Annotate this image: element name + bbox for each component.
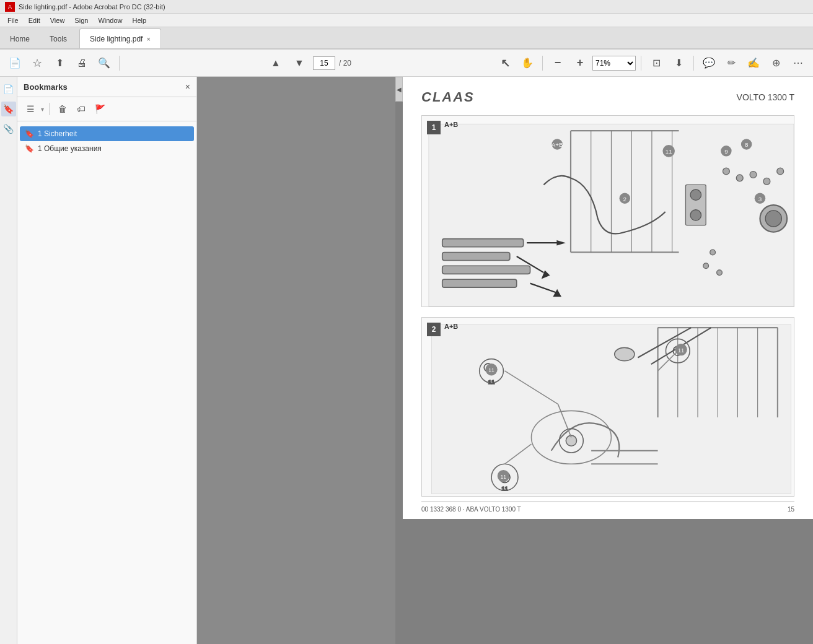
svg-rect-44 (431, 324, 791, 494)
svg-point-29 (710, 250, 716, 255)
pages-panel-button[interactable]: 📄 (1, 82, 16, 97)
bookmarks-panel-button[interactable]: 🔖 (1, 102, 16, 116)
bookmark-icon: ☆ (32, 56, 42, 70)
bookmark-button[interactable]: ☆ (27, 53, 47, 73)
svg-rect-4 (442, 279, 517, 287)
sidebar-separator (49, 103, 50, 115)
separator-1 (119, 56, 120, 71)
menu-window[interactable]: Window (93, 15, 127, 25)
menu-sign[interactable]: Sign (69, 15, 93, 25)
zoom-selector[interactable]: 71% 50% 75% 100% 125% 150% (592, 56, 636, 71)
cursor-tool-button[interactable]: ↖ (495, 53, 515, 73)
svg-rect-3 (442, 266, 530, 274)
new-icon: 📄 (9, 57, 21, 69)
sidebar-delete-button[interactable]: 🗑 (55, 101, 71, 117)
menu-edit[interactable]: Edit (24, 15, 45, 25)
tab-home[interactable]: Home (0, 30, 40, 48)
fit-page-button[interactable]: ⊡ (646, 53, 666, 73)
zoom-out-button[interactable]: − (548, 53, 568, 73)
attachments-panel-button[interactable]: 📎 (1, 121, 16, 136)
page-number-input[interactable] (313, 56, 335, 70)
footer-right: 15 (788, 506, 794, 513)
icon-bar: 📄 🔖 📎 (0, 77, 17, 644)
sidebar-toolbar: ☰ ▾ 🗑 🏷 🚩 (17, 97, 196, 121)
svg-point-23 (736, 175, 743, 181)
next-page-button[interactable]: ▼ (289, 53, 309, 73)
hand-icon: ✋ (521, 57, 534, 69)
down-arrow-icon: ▼ (294, 58, 304, 69)
tab-bar: Home Tools Side lighting.pdf × (0, 27, 813, 50)
more-button[interactable]: ⋯ (788, 53, 808, 73)
svg-point-25 (763, 178, 770, 185)
attachments-icon: 📎 (3, 124, 14, 134)
sidebar-close-button[interactable]: × (185, 82, 190, 92)
app-icon: A (5, 2, 15, 12)
svg-point-26 (777, 168, 784, 175)
up-arrow-icon: ▲ (271, 58, 281, 69)
tab-close-button[interactable]: × (146, 35, 150, 43)
svg-text:2: 2 (623, 196, 626, 202)
sidebar-flag-button[interactable]: 🚩 (92, 101, 108, 117)
sidebar-title: Bookmarks (24, 82, 68, 92)
tab-file[interactable]: Side lighting.pdf × (79, 28, 161, 48)
pages-icon: 📄 (3, 84, 14, 94)
svg-text:11: 11 (488, 378, 495, 385)
svg-text:11: 11 (488, 367, 494, 373)
bookmark-label-1: 1 Sicherheit (38, 129, 77, 138)
more-icon: ⋯ (793, 57, 803, 69)
download-button[interactable]: ⬇ (669, 53, 688, 73)
title-bar-text: Side lighting.pdf - Adobe Acrobat Pro DC… (19, 3, 165, 11)
svg-text:9: 9 (724, 148, 727, 155)
menu-file[interactable]: File (2, 15, 24, 25)
page-total: / 20 (339, 59, 351, 67)
svg-text:11: 11 (678, 347, 684, 354)
cursor-icon: ↖ (501, 56, 510, 70)
pdf-header: CLAAS VOLTO 1300 T (421, 89, 794, 105)
bookmark-icon-1: 🔖 (25, 129, 34, 138)
upload-icon: ⬆ (56, 57, 64, 69)
search-icon: 🔍 (98, 57, 110, 69)
diagram-2-number: 2 (427, 323, 441, 336)
zoom-in-button[interactable]: + (570, 53, 590, 73)
hand-tool-button[interactable]: ✋ (517, 53, 537, 73)
pen-button[interactable]: ✏ (721, 53, 741, 73)
sidebar-menu-icon: ☰ (27, 104, 35, 114)
collapse-sidebar-button[interactable]: ◀ (395, 77, 403, 102)
menu-bar: File Edit View Sign Window Help (0, 14, 813, 27)
share-button[interactable]: ⊕ (766, 53, 786, 73)
svg-rect-1 (442, 239, 524, 247)
upload-button[interactable]: ⬆ (50, 53, 69, 73)
delete-icon: 🗑 (58, 104, 67, 114)
search-button[interactable]: 🔍 (94, 53, 114, 73)
claas-logo: CLAAS (421, 89, 475, 105)
new-button[interactable]: 📄 (5, 53, 25, 73)
sidebar-dropdown-arrow: ▾ (41, 106, 44, 113)
diagram-2-label: A+B (444, 323, 458, 330)
sidebar-tag-button[interactable]: 🏷 (73, 101, 89, 117)
prev-page-button[interactable]: ▲ (266, 53, 286, 73)
comment-button[interactable]: 💬 (699, 53, 719, 73)
print-button[interactable]: 🖨 (72, 53, 92, 73)
highlight-icon: ✍ (747, 57, 760, 69)
comment-icon: 💬 (703, 57, 715, 69)
tab-tools[interactable]: Tools (40, 30, 77, 48)
svg-text:8: 8 (745, 141, 749, 148)
pen-icon: ✏ (727, 57, 736, 69)
bookmark-item-2[interactable]: 🔖 1 Общие указания (20, 141, 194, 156)
tab-file-label: Side lighting.pdf (90, 35, 143, 43)
sidebar: Bookmarks × ☰ ▾ 🗑 🏷 🚩 🔖 1 Sicherheit (17, 77, 197, 644)
menu-view[interactable]: View (45, 15, 70, 25)
diagram-2: 2 A+B (421, 317, 794, 497)
separator-2 (542, 56, 543, 71)
bookmark-icon-2: 🔖 (25, 144, 34, 153)
separator-3 (641, 56, 641, 71)
svg-text:3: 3 (758, 196, 762, 202)
svg-text:11: 11 (666, 148, 672, 155)
svg-point-22 (723, 168, 729, 175)
svg-text:11: 11 (501, 474, 507, 480)
sidebar-menu-button[interactable]: ☰ (22, 101, 38, 117)
bookmark-item-1[interactable]: 🔖 1 Sicherheit (20, 126, 194, 141)
content-area: ◀ CLAAS VOLTO 1300 T 1 A+B (197, 77, 813, 644)
highlight-button[interactable]: ✍ (744, 53, 763, 73)
menu-help[interactable]: Help (128, 15, 152, 25)
